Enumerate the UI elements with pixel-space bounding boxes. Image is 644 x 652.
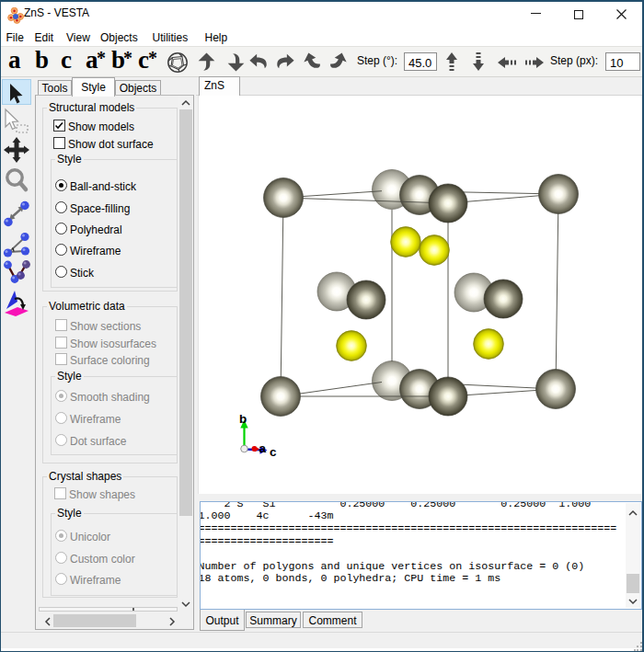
svg-text:b: b — [239, 412, 247, 426]
svg-text:c: c — [270, 445, 277, 459]
svg-text:a: a — [259, 441, 267, 455]
